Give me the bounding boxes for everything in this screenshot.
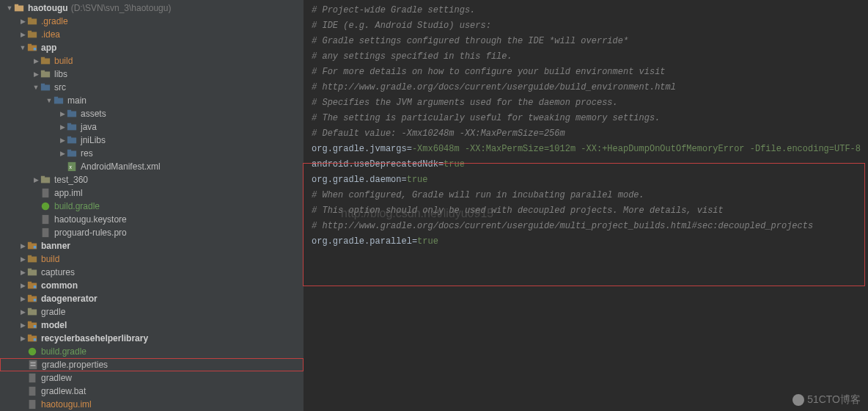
expand-arrow-icon[interactable]: ▶ (32, 70, 40, 78)
editor-line[interactable]: # any settings specified in this file. (312, 49, 861, 65)
expand-arrow-icon[interactable]: ▶ (19, 242, 26, 250)
tree-label: app.iml (54, 188, 83, 198)
tree-node-build-gradle[interactable]: build.gradle (0, 345, 304, 358)
tree-node-res[interactable]: ▶res (0, 147, 304, 160)
svg-rect-47 (28, 308, 32, 310)
tree-node-java[interactable]: ▶java (0, 120, 304, 134)
expand-arrow-icon[interactable]: ▶ (59, 123, 66, 131)
tree-node-gradlew-bat[interactable]: gradlew.bat (0, 385, 304, 398)
expand-arrow-icon[interactable]: ▼ (32, 84, 40, 91)
tree-node-app-iml[interactable]: app.iml (0, 186, 304, 200)
tree-node-jnilibs[interactable]: ▶jniLibs (0, 134, 304, 147)
tree-node-daogenerator[interactable]: ▶daogenerator (0, 292, 304, 305)
editor-line[interactable]: android.useDeprecatedNdk=true (312, 157, 861, 172)
expand-arrow-icon[interactable]: ▶ (19, 321, 26, 329)
editor-line[interactable]: org.gradle.parallel=true (312, 234, 861, 250)
tree-node--gradle[interactable]: ▶.gradle (0, 15, 304, 28)
expand-arrow-icon[interactable]: ▶ (59, 150, 66, 157)
prop-value: true (417, 236, 438, 247)
editor-line[interactable]: # When configured, Gradle will run in in… (312, 188, 861, 203)
tree-node-captures[interactable]: ▶captures (0, 266, 304, 279)
svg-rect-41 (28, 282, 32, 284)
tree-label: gradle.properties (42, 360, 108, 370)
editor-line[interactable]: # Specifies the JVM arguments used for t… (312, 95, 861, 111)
tree-node-build-gradle[interactable]: build.gradle (0, 200, 304, 213)
svg-rect-7 (28, 44, 32, 46)
file-txt-icon (40, 214, 51, 225)
expand-arrow-icon[interactable]: ▶ (19, 308, 26, 316)
svg-rect-45 (34, 299, 37, 302)
tree-node-gradlew[interactable]: gradlew (0, 371, 304, 385)
expand-arrow-icon[interactable]: ▶ (19, 18, 26, 25)
tree-node-app[interactable]: ▼app (0, 41, 304, 54)
expand-arrow-icon[interactable]: ▶ (19, 295, 26, 302)
tree-label: haotougu.keystore (54, 214, 127, 225)
expand-arrow-icon[interactable]: ▶ (19, 282, 26, 289)
folder-mod-icon (26, 319, 38, 331)
tree-node-gradle-properties[interactable]: gradle.properties (0, 358, 304, 371)
tree-node-common[interactable]: ▶common (0, 279, 304, 292)
svg-rect-58 (29, 374, 36, 382)
svg-rect-9 (41, 59, 50, 65)
tree-label: build.gradle (41, 346, 87, 357)
tree-node-proguard-rules-pro[interactable]: proguard-rules.pro (0, 226, 304, 239)
editor-line[interactable]: # http://www.gradle.org/docs/current/use… (312, 80, 861, 95)
tree-node-src[interactable]: ▼src (0, 81, 304, 94)
tree-label: recyclerbasehelperlibrary (41, 333, 148, 343)
editor-line[interactable]: org.gradle.daemon=true (312, 172, 861, 188)
tree-node-banner[interactable]: ▶banner (0, 239, 304, 252)
tree-node-libs[interactable]: ▶libs (0, 68, 304, 81)
expand-arrow-icon[interactable]: ▶ (59, 137, 66, 144)
editor-line[interactable]: # Default value: -Xmx10248m -XX:MaxPermS… (312, 126, 861, 142)
tree-node-androidmanifest-xml[interactable]: xAndroidManifest.xml (0, 160, 304, 173)
tree-node-haotougu[interactable]: ▼haotougu (D:\SVN\svn_3\haotougu) (0, 1, 304, 15)
editor-line[interactable]: org.gradle.jvmargs=-Xmx6048m -XX:MaxPerm… (312, 142, 861, 157)
tree-label: AndroidManifest.xml (81, 161, 161, 172)
svg-rect-29 (43, 189, 49, 197)
prop-value: true (407, 175, 428, 185)
tree-node-gradle[interactable]: ▶gradle (0, 305, 304, 319)
tree-label: haotougu (28, 3, 68, 13)
expand-arrow-icon[interactable]: ▶ (32, 176, 40, 183)
folder-blue-icon (66, 148, 78, 159)
folder-orange-icon (26, 15, 38, 27)
tree-node-haotougu-iml[interactable]: haotougu.iml (0, 398, 304, 411)
tree-node-test-360[interactable]: ▶test_360 (0, 173, 304, 186)
tree-node-model[interactable]: ▶model (0, 319, 304, 332)
svg-rect-44 (28, 295, 32, 297)
editor-line[interactable]: # Project-wide Gradle settings. (312, 3, 861, 18)
expand-arrow-icon[interactable]: ▶ (59, 110, 66, 117)
editor-line[interactable]: # For more details on how to configure y… (312, 65, 861, 80)
expand-arrow-icon[interactable]: ▶ (19, 269, 26, 276)
expand-arrow-icon[interactable]: ▶ (19, 31, 26, 38)
svg-rect-15 (54, 98, 63, 104)
svg-rect-52 (28, 335, 32, 337)
project-tree[interactable]: ▼haotougu (D:\SVN\svn_3\haotougu)▶.gradl… (0, 0, 304, 411)
tree-node-assets[interactable]: ▶assets (0, 107, 304, 120)
expand-arrow-icon[interactable]: ▼ (6, 4, 13, 12)
file-txt-icon (40, 187, 51, 199)
tree-node-build[interactable]: ▶build (0, 252, 304, 266)
expand-arrow-icon[interactable]: ▶ (32, 57, 40, 65)
tree-node-recyclerbasehelperlibrary[interactable]: ▶recyclerbasehelperlibrary (0, 332, 304, 345)
editor-line[interactable]: # The setting is particularly useful for… (312, 111, 861, 126)
tree-label: model (41, 320, 67, 330)
expand-arrow-icon[interactable]: ▶ (19, 335, 26, 342)
editor-line[interactable]: # http://www.gradle.org/docs/current/use… (312, 219, 861, 234)
svg-rect-49 (28, 321, 32, 324)
expand-arrow-icon[interactable]: ▼ (19, 44, 26, 51)
editor-pane[interactable]: # Project-wide Gradle settings.# IDE (e.… (304, 0, 868, 411)
svg-rect-50 (34, 325, 37, 328)
tree-node-build[interactable]: ▶build (0, 54, 304, 68)
tree-node--idea[interactable]: ▶.idea (0, 28, 304, 41)
expand-arrow-icon[interactable]: ▼ (45, 97, 53, 104)
editor-line[interactable]: # Gradle settings configured through the… (312, 34, 861, 49)
tree-node-haotougu-keystore[interactable]: haotougu.keystore (0, 213, 304, 226)
tree-node-main[interactable]: ▼main (0, 94, 304, 107)
expand-arrow-icon[interactable]: ▶ (19, 255, 26, 263)
editor-line[interactable]: # IDE (e.g. Android Studio) users: (312, 18, 861, 34)
svg-rect-13 (41, 85, 50, 91)
svg-rect-10 (41, 57, 45, 59)
editor-line[interactable]: # This option should only be used with d… (312, 203, 861, 219)
folder-icon (40, 174, 51, 186)
